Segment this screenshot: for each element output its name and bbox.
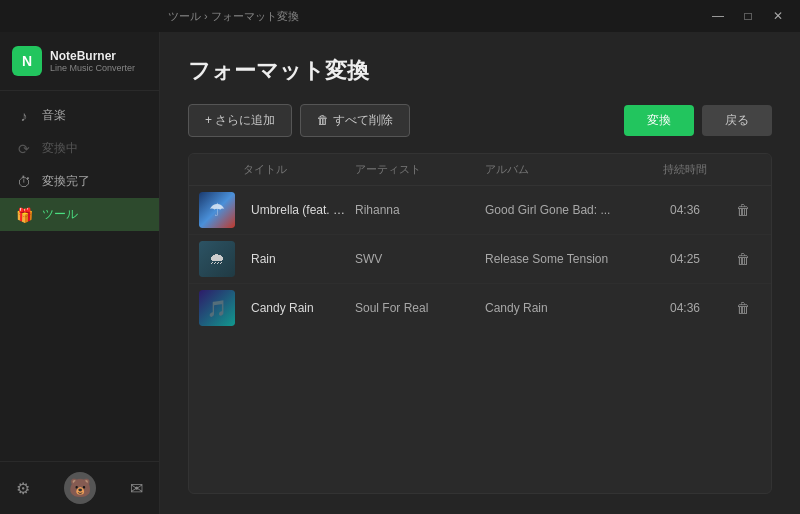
col-actions: [725, 162, 761, 177]
cell-title-0: Umbrella (feat. JAY-Z): [243, 203, 355, 217]
maximize-button[interactable]: □: [734, 5, 762, 27]
table-header: タイトル アーティスト アルバム 持続時間: [189, 154, 771, 186]
sidebar-item-converting-label: 変換中: [42, 140, 78, 157]
main-content: フォーマット変換 + さらに追加 🗑 すべて削除 変換 戻る タイトル アーティ…: [160, 32, 800, 514]
logo-title: NoteBurner: [50, 49, 135, 63]
cell-album-1: Release Some Tension: [485, 252, 645, 266]
cell-thumb-1: [199, 241, 235, 277]
sidebar-item-tools-label: ツール: [42, 206, 78, 223]
sidebar-logo: N NoteBurner Line Music Converter: [0, 32, 159, 91]
tools-icon: 🎁: [16, 207, 32, 223]
delete-all-button[interactable]: 🗑 すべて削除: [300, 104, 409, 137]
cell-artist-0: Rihanna: [355, 203, 485, 217]
breadcrumb: ツール › フォーマット変換: [8, 9, 704, 24]
cell-title-1: Rain: [243, 252, 355, 266]
music-icon: ♪: [16, 108, 32, 124]
track-thumbnail-2: [199, 290, 235, 326]
col-duration: 持続時間: [645, 162, 725, 177]
converting-icon: ⟳: [16, 141, 32, 157]
back-button[interactable]: 戻る: [702, 105, 772, 136]
cell-thumb-0: [199, 192, 235, 228]
table-row: Rain SWV Release Some Tension 04:25 🗑: [189, 235, 771, 284]
delete-row-button-2[interactable]: 🗑: [725, 300, 761, 316]
cell-duration-2: 04:36: [645, 301, 725, 315]
delete-row-button-1[interactable]: 🗑: [725, 251, 761, 267]
cell-duration-1: 04:25: [645, 252, 725, 266]
logo-icon: N: [12, 46, 42, 76]
window-controls: — □ ✕: [704, 5, 792, 27]
sidebar-item-music[interactable]: ♪ 音楽: [0, 99, 159, 132]
mail-icon[interactable]: ✉: [130, 479, 143, 498]
sidebar-item-converted-label: 変換完了: [42, 173, 90, 190]
toolbar: + さらに追加 🗑 すべて削除 変換 戻る: [188, 104, 772, 137]
avatar[interactable]: 🐻: [64, 472, 96, 504]
sidebar-item-music-label: 音楽: [42, 107, 66, 124]
close-button[interactable]: ✕: [764, 5, 792, 27]
cell-artist-2: Soul For Real: [355, 301, 485, 315]
col-album: アルバム: [485, 162, 645, 177]
file-table: タイトル アーティスト アルバム 持続時間 Umbrella (feat. JA…: [188, 153, 772, 494]
track-thumbnail-1: [199, 241, 235, 277]
col-title: タイトル: [243, 162, 355, 177]
cell-thumb-2: [199, 290, 235, 326]
col-artist: アーティスト: [355, 162, 485, 177]
convert-button[interactable]: 変換: [624, 105, 694, 136]
sidebar-item-converting: ⟳ 変換中: [0, 132, 159, 165]
track-thumbnail-0: [199, 192, 235, 228]
cell-album-2: Candy Rain: [485, 301, 645, 315]
cell-title-2: Candy Rain: [243, 301, 355, 315]
converted-icon: ⏱: [16, 174, 32, 190]
cell-duration-0: 04:36: [645, 203, 725, 217]
table-row: Umbrella (feat. JAY-Z) Rihanna Good Girl…: [189, 186, 771, 235]
app-body: N NoteBurner Line Music Converter ♪ 音楽 ⟳…: [0, 32, 800, 514]
sidebar-item-tools[interactable]: 🎁 ツール: [0, 198, 159, 231]
sidebar-nav: ♪ 音楽 ⟳ 変換中 ⏱ 変換完了 🎁 ツール: [0, 91, 159, 461]
title-bar: ツール › フォーマット変換 — □ ✕: [0, 0, 800, 32]
col-thumb: [199, 162, 243, 177]
sidebar: N NoteBurner Line Music Converter ♪ 音楽 ⟳…: [0, 32, 160, 514]
sidebar-footer: ⚙ 🐻 ✉: [0, 461, 159, 514]
add-button[interactable]: + さらに追加: [188, 104, 292, 137]
cell-album-0: Good Girl Gone Bad: ...: [485, 203, 645, 217]
table-body: Umbrella (feat. JAY-Z) Rihanna Good Girl…: [189, 186, 771, 332]
page-title: フォーマット変換: [188, 56, 772, 86]
table-row: Candy Rain Soul For Real Candy Rain 04:3…: [189, 284, 771, 332]
minimize-button[interactable]: —: [704, 5, 732, 27]
logo-subtitle: Line Music Converter: [50, 63, 135, 73]
cell-artist-1: SWV: [355, 252, 485, 266]
delete-row-button-0[interactable]: 🗑: [725, 202, 761, 218]
sidebar-item-converted[interactable]: ⏱ 変換完了: [0, 165, 159, 198]
settings-icon[interactable]: ⚙: [16, 479, 30, 498]
